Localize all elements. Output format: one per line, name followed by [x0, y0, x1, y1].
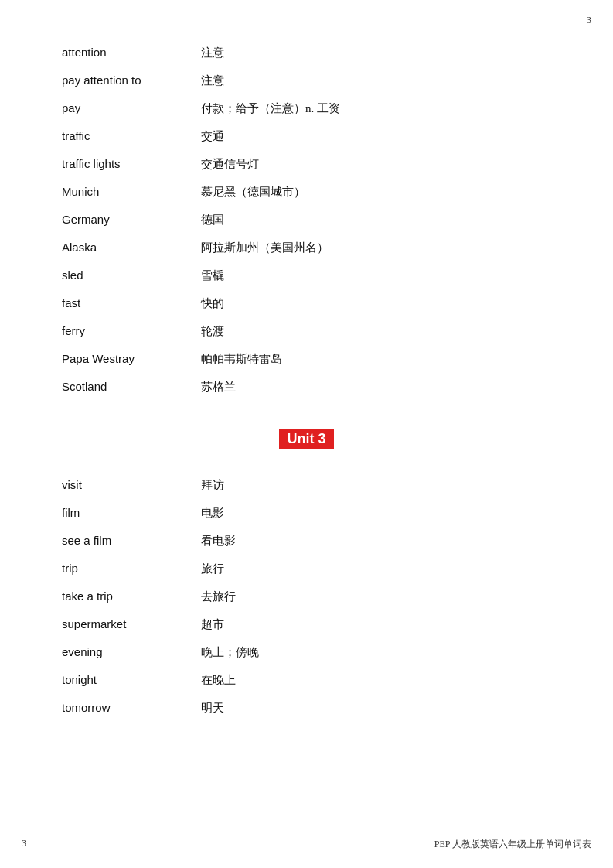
vocab-cn: 轮渡	[201, 322, 551, 340]
vocab-en: traffic	[62, 127, 201, 145]
vocab-cn: 拜访	[201, 476, 551, 494]
vocab-en: tomorrow	[62, 699, 201, 717]
vocab-row: evening 晚上；傍晚	[62, 638, 551, 666]
vocab-row: tomorrow 明天	[62, 694, 551, 722]
vocab-cn: 付款；给予（注意）n. 工资	[201, 99, 551, 118]
vocab-en: Papa Westray	[62, 350, 201, 368]
vocab-row: take a trip 去旅行	[62, 583, 551, 610]
vocab-en: attention	[62, 43, 201, 62]
footer-title: PEP 人教版英语六年级上册单词单词表	[434, 838, 591, 851]
vocab-row: Alaska 阿拉斯加州（美国州名）	[62, 234, 551, 261]
vocab-table-bottom: visit 拜访 film 电影 see a film 看电影 trip 旅行 …	[62, 471, 551, 722]
vocab-row: ferry 轮渡	[62, 317, 551, 345]
vocab-en: Scotland	[62, 378, 201, 396]
vocab-row: attention 注意	[62, 39, 551, 67]
vocab-cn: 快的	[201, 294, 551, 313]
vocab-en: pay	[62, 99, 201, 118]
vocab-row: film 电影	[62, 499, 551, 527]
vocab-en: trip	[62, 559, 201, 578]
vocab-cn: 阿拉斯加州（美国州名）	[201, 238, 551, 257]
vocab-cn: 注意	[201, 43, 551, 62]
vocab-row: Munich 慕尼黑（德国城市）	[62, 178, 551, 206]
vocab-table-top: attention 注意 pay attention to 注意 pay 付款；…	[62, 39, 551, 401]
vocab-row: Papa Westray 帕帕韦斯特雷岛	[62, 345, 551, 373]
vocab-row: tonight 在晚上	[62, 666, 551, 694]
vocab-en: film	[62, 504, 201, 522]
vocab-en: fast	[62, 294, 201, 313]
footer: 3 PEP 人教版英语六年级上册单词单词表	[0, 838, 613, 851]
vocab-en: tonight	[62, 671, 201, 689]
unit-heading: Unit 3	[279, 429, 333, 449]
vocab-cn: 电影	[201, 504, 551, 522]
vocab-en: Alaska	[62, 238, 201, 257]
vocab-cn: 注意	[201, 71, 551, 90]
page-number-top: 3	[587, 14, 592, 26]
vocab-cn: 慕尼黑（德国城市）	[201, 183, 551, 201]
unit-heading-wrapper: Unit 3	[62, 429, 551, 449]
vocab-cn: 在晚上	[201, 671, 551, 689]
vocab-cn: 晚上；傍晚	[201, 643, 551, 661]
vocab-cn: 去旅行	[201, 587, 551, 606]
vocab-en: visit	[62, 476, 201, 494]
vocab-row: traffic 交通	[62, 122, 551, 150]
vocab-en: supermarket	[62, 615, 201, 634]
vocab-row: pay attention to 注意	[62, 67, 551, 94]
vocab-row: supermarket 超市	[62, 610, 551, 638]
vocab-en: pay attention to	[62, 71, 201, 90]
vocab-en: take a trip	[62, 587, 201, 606]
vocab-cn: 德国	[201, 210, 551, 229]
vocab-cn: 旅行	[201, 559, 551, 578]
vocab-en: Germany	[62, 210, 201, 229]
vocab-row: trip 旅行	[62, 555, 551, 583]
vocab-cn: 苏格兰	[201, 378, 551, 396]
vocab-row: pay 付款；给予（注意）n. 工资	[62, 94, 551, 122]
vocab-row: Germany 德国	[62, 206, 551, 234]
vocab-en: evening	[62, 643, 201, 661]
vocab-cn: 雪橇	[201, 266, 551, 285]
vocab-cn: 超市	[201, 615, 551, 634]
vocab-row: traffic lights 交通信号灯	[62, 150, 551, 178]
vocab-cn: 交通信号灯	[201, 155, 551, 173]
vocab-cn: 帕帕韦斯特雷岛	[201, 350, 551, 368]
vocab-cn: 交通	[201, 127, 551, 145]
vocab-en: ferry	[62, 322, 201, 340]
vocab-row: sled 雪橇	[62, 261, 551, 289]
vocab-row: Scotland 苏格兰	[62, 373, 551, 401]
vocab-cn: 明天	[201, 699, 551, 717]
footer-page-number: 3	[22, 838, 26, 851]
vocab-en: see a film	[62, 531, 201, 550]
vocab-en: sled	[62, 266, 201, 285]
vocab-row: see a film 看电影	[62, 527, 551, 555]
vocab-row: visit 拜访	[62, 471, 551, 499]
vocab-row: fast 快的	[62, 289, 551, 317]
vocab-en: traffic lights	[62, 155, 201, 173]
vocab-en: Munich	[62, 183, 201, 201]
vocab-cn: 看电影	[201, 531, 551, 550]
